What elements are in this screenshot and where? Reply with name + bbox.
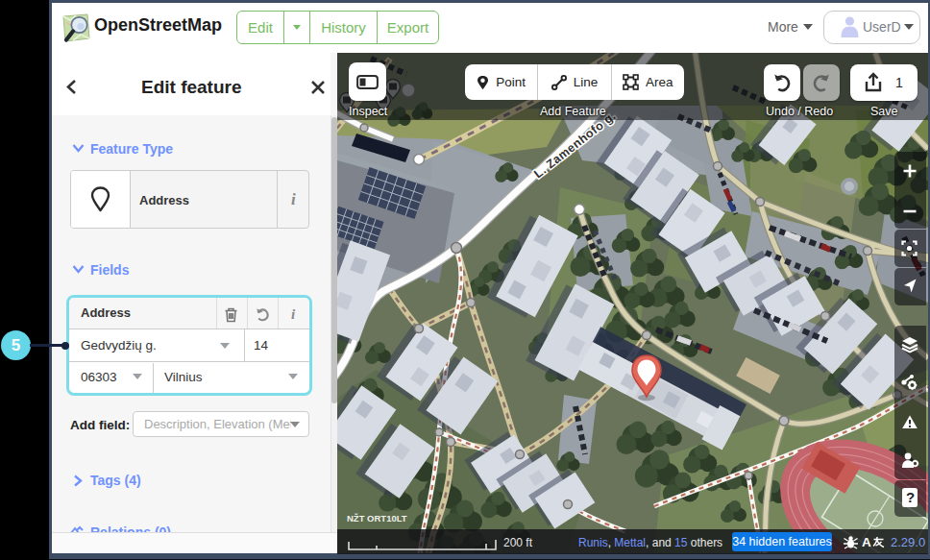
- svg-text:NŽT ORT10LT: NŽT ORT10LT: [347, 513, 407, 523]
